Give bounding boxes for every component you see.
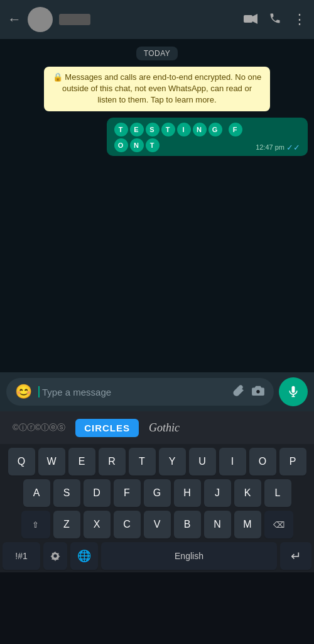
header-icons: ⋮ [244,11,306,28]
key-space[interactable]: English [101,542,277,570]
keyboard: ©ⓘⓡ©ⓛⓔⓢ CIRCLES Gothic Q W E R T Y U I O… [0,411,314,572]
key-W[interactable]: W [38,448,65,475]
font-option-gothic[interactable]: Gothic [141,418,187,438]
key-row-1: Q W E R T Y U I O P [3,448,311,475]
key-shift[interactable]: ⇧ [21,511,50,538]
circle-N2: N [130,138,144,152]
avatar[interactable] [28,7,53,32]
circle-E: E [130,123,144,136]
read-ticks: ✓✓ [286,143,300,152]
key-L[interactable]: L [264,479,291,507]
message-time: 12:47 pm [256,143,284,151]
circle-T: T [114,123,128,136]
contact-name[interactable] [59,14,90,25]
phone-call-icon[interactable] [269,12,281,28]
message-text: T E S T I N G F O N T [114,123,251,152]
svg-rect-3 [292,386,295,393]
key-R[interactable]: R [99,448,126,475]
circle-T2: T [146,138,160,152]
key-U[interactable]: U [189,448,216,475]
key-rows: Q W E R T Y U I O P A S D F G H J K L ⇧ … [0,444,314,572]
key-E[interactable]: E [68,448,95,475]
message-meta: 12:47 pm ✓✓ [256,143,300,152]
key-M[interactable]: M [234,511,261,538]
key-H[interactable]: H [174,479,201,507]
font-option-circles-partial[interactable]: ©ⓘⓡ©ⓛⓔⓢ [5,418,73,437]
video-call-icon[interactable] [244,13,257,27]
key-K[interactable]: K [234,479,261,507]
key-backspace[interactable]: ⌫ [264,511,293,538]
key-Z[interactable]: Z [53,511,80,538]
key-X[interactable]: X [84,511,111,538]
circle-S: S [146,123,160,136]
svg-marker-1 [252,14,257,24]
key-I[interactable]: I [219,448,246,475]
input-bar: 😊 Type a message [0,372,314,411]
font-option-circles-active[interactable]: CIRCLES [75,419,139,437]
key-row-3: ⇧ Z X C V B N M ⌫ [3,511,311,538]
more-options-icon[interactable]: ⋮ [293,11,306,28]
back-button[interactable]: ← [8,11,21,28]
key-D[interactable]: D [84,479,111,507]
circle-G: G [208,123,222,136]
circle-N: N [193,123,207,136]
key-S[interactable]: S [53,479,80,507]
circle-O: O [114,138,128,152]
key-enter[interactable]: ↵ [280,542,311,570]
key-G[interactable]: G [144,479,171,507]
message-input-field[interactable]: 😊 Type a message [6,378,274,406]
svg-rect-0 [244,15,252,23]
font-selector-row: ©ⓘⓡ©ⓛⓔⓢ CIRCLES Gothic [0,411,314,444]
emoji-button[interactable]: 😊 [15,384,32,400]
key-B[interactable]: B [174,511,201,538]
attach-icon[interactable] [232,384,245,400]
circle-T2: T [161,123,175,136]
key-O[interactable]: O [249,448,276,475]
svg-point-2 [256,390,259,393]
encryption-notice[interactable]: 🔒 Messages and calls are end-to-end encr… [44,67,270,111]
key-C[interactable]: C [114,511,141,538]
key-A[interactable]: A [23,479,50,507]
mic-button[interactable] [279,377,308,406]
key-row-bottom: !#1 🌐 English ↵ [3,542,311,570]
today-badge: TODAY [136,47,178,60]
chat-header: ← ⋮ [0,0,314,39]
input-placeholder: Type a message [38,386,226,397]
key-settings[interactable] [43,542,67,570]
circle-I: I [177,123,191,136]
key-V[interactable]: V [144,511,171,538]
key-T[interactable]: T [129,448,156,475]
key-P[interactable]: P [279,448,306,475]
key-numbers[interactable]: !#1 [3,542,40,570]
key-N[interactable]: N [204,511,231,538]
key-row-2: A S D F G H J K L [3,479,311,507]
key-Y[interactable]: Y [159,448,186,475]
key-F[interactable]: F [114,479,141,507]
key-Q[interactable]: Q [8,448,35,475]
cursor [38,386,40,397]
camera-icon[interactable] [251,385,265,399]
key-J[interactable]: J [204,479,231,507]
message-bubble: T E S T I N G F O N T 12:47 pm ✓✓ [107,118,308,156]
circle-F: F [229,123,242,136]
chat-area: TODAY 🔒 Messages and calls are end-to-en… [0,39,314,372]
key-globe[interactable]: 🌐 [70,542,98,570]
